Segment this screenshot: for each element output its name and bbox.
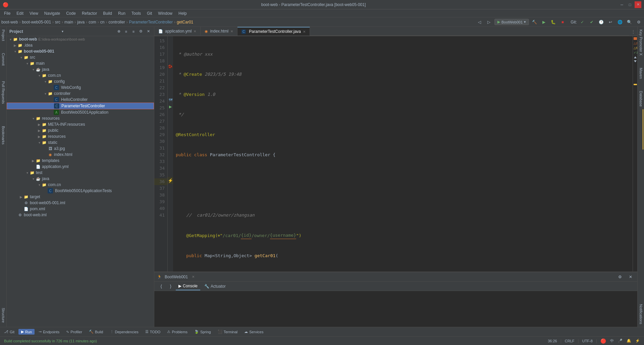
project-locate-btn[interactable]: ⊕: [116, 28, 122, 35]
menu-tools[interactable]: Tools: [129, 10, 144, 16]
project-expand-btn[interactable]: ≡: [123, 28, 129, 35]
tab-index-html[interactable]: ◉ index.html ✕: [201, 27, 237, 36]
profiler-toolbar-btn[interactable]: ∿ Profiler: [63, 329, 85, 335]
problems-toolbar-btn[interactable]: ⚠ Problems: [164, 329, 190, 335]
git-ok-button[interactable]: ✔: [588, 18, 596, 26]
menu-view[interactable]: View: [27, 10, 41, 16]
menu-window[interactable]: Window: [155, 10, 175, 16]
terminal-toolbar-btn[interactable]: ⬛ Terminal: [215, 329, 240, 335]
endpoints-toolbar-btn[interactable]: ⊸ Endpoints: [36, 329, 62, 335]
breadcrumb-class[interactable]: ParameterTestController: [129, 20, 173, 24]
commit-panel-btn[interactable]: Commit: [1, 50, 6, 68]
breadcrumb-module[interactable]: boot-web05-001: [22, 20, 51, 24]
tree-item-src[interactable]: ▾ 📁 src: [7, 54, 154, 60]
settings-button[interactable]: ⚙: [635, 18, 643, 26]
close-tab-yml[interactable]: ✕: [194, 30, 196, 33]
git-translate-button[interactable]: 🌐: [616, 18, 624, 26]
build-toolbar-btn[interactable]: 🔨 Build: [86, 329, 106, 335]
services-toolbar-btn[interactable]: ☁ Services: [241, 329, 266, 335]
todo-toolbar-btn[interactable]: ☰ TODO: [143, 329, 163, 335]
close-run-panel[interactable]: ✕: [192, 275, 195, 279]
tabs-more-btn[interactable]: ⋮: [629, 28, 637, 36]
scroll-down-arrow[interactable]: [634, 60, 637, 62]
tree-item-static[interactable]: ▾ 📁 static: [7, 139, 154, 146]
menu-build[interactable]: Build: [100, 10, 115, 16]
tree-item-com-cn-test[interactable]: ▾ 📁 com.cn: [7, 182, 154, 188]
dependencies-toolbar-btn[interactable]: ⋮ Dependencies: [107, 329, 141, 335]
tree-item-resources-sub[interactable]: ▶ 📁 resources: [7, 133, 154, 139]
debug-button[interactable]: 🐛: [549, 18, 557, 26]
breadcrumb-com[interactable]: com: [89, 20, 96, 24]
tree-item-controller[interactable]: ▾ 📁 controller: [7, 91, 154, 97]
bottom-settings-btn[interactable]: ⚙: [616, 273, 624, 281]
menu-refactor[interactable]: Refactor: [79, 10, 100, 16]
tree-item-boot-web[interactable]: ▾ 📁 boot-web E:\idea-workspace\boot-web: [7, 36, 154, 42]
tree-item-resources[interactable]: ▾ 📁 resources: [7, 115, 154, 121]
run-config-selector[interactable]: ▶ BootWeb001 ▾: [494, 19, 529, 25]
maven-btn[interactable]: Maven: [638, 65, 644, 81]
project-dropdown[interactable]: ▾: [62, 30, 63, 33]
tree-item-main[interactable]: ▾ 📁 main: [7, 60, 154, 66]
tree-item-a3jpg[interactable]: 🖼 a3.jpg: [7, 146, 154, 152]
tab-actuator[interactable]: 🔧 Actuator: [202, 283, 228, 290]
microphone-icon[interactable]: 🎤: [616, 339, 624, 343]
project-panel-btn[interactable]: Project: [1, 27, 6, 44]
database-btn[interactable]: Database: [638, 88, 644, 109]
tree-item-test[interactable]: ▾ 📁 test: [7, 170, 154, 176]
nav-back-button[interactable]: ◁: [476, 18, 484, 26]
tree-item-index-html[interactable]: ◉ index.html: [7, 152, 154, 158]
menu-navigate[interactable]: Navigate: [42, 10, 63, 16]
stop-button[interactable]: ■: [558, 18, 567, 26]
tab-console[interactable]: ▶ Console: [176, 282, 200, 290]
tree-item-pom[interactable]: 📄 pom.xml: [7, 206, 154, 212]
git-undo-button[interactable]: ↩: [606, 18, 614, 26]
notifications-btn[interactable]: Notifications: [638, 301, 644, 327]
structure-btn[interactable]: Structure: [1, 305, 6, 326]
search-button[interactable]: 🔍: [625, 18, 633, 26]
pull-requests-btn[interactable]: Pull Requests: [1, 78, 6, 107]
project-collapse-btn[interactable]: ≡: [130, 28, 137, 35]
menu-code[interactable]: Code: [63, 10, 78, 16]
bookmarks-btn[interactable]: Bookmarks: [1, 123, 6, 147]
tree-item-public[interactable]: ▶ 📁 public: [7, 127, 154, 133]
console-prev-btn[interactable]: ⟨: [157, 283, 165, 290]
tree-item-module[interactable]: ▾ 📁 boot-web05-001: [7, 48, 154, 54]
project-close-btn[interactable]: ✕: [145, 28, 151, 35]
minimize-button[interactable]: ─: [619, 1, 625, 8]
close-tab-java[interactable]: ✕: [303, 30, 306, 34]
tab-application-yml[interactable]: 📄 application.yml ✕: [154, 27, 201, 36]
tree-item-config[interactable]: ▾ 📁 config: [7, 78, 154, 84]
tab-param-controller[interactable]: C ParameterTestController.java ✕: [237, 27, 310, 36]
tree-item-app-yml[interactable]: 📄 application.yml: [7, 164, 154, 170]
tree-item-java-test[interactable]: ▾ ☕ java: [7, 176, 154, 182]
menu-edit[interactable]: Edit: [14, 10, 26, 16]
tree-item-webconfig[interactable]: C WebConfig: [7, 84, 154, 91]
breadcrumb-java[interactable]: java: [77, 20, 85, 24]
bottom-close-btn[interactable]: ✕: [627, 273, 635, 281]
tree-item-templates[interactable]: ▶ 📁 templates: [7, 158, 154, 164]
breadcrumb-cn[interactable]: cn: [100, 20, 105, 24]
code-content[interactable]: * @author xxx * @Create 2023/5/5 19:48 *…: [173, 36, 633, 272]
tree-item-hello-controller[interactable]: C HelloController: [7, 97, 154, 103]
close-button[interactable]: ✕: [635, 1, 641, 8]
spring-toolbar-btn[interactable]: 🍃 Spring: [192, 329, 214, 335]
menu-git[interactable]: Git: [144, 10, 155, 16]
breadcrumb-root[interactable]: boot-web: [1, 20, 18, 24]
breadcrumb-method[interactable]: getCar01: [177, 20, 193, 24]
tree-item-idea[interactable]: ▶ 📁 .idea: [7, 42, 154, 48]
line-ending[interactable]: CRLF: [564, 339, 576, 343]
run-toolbar-btn[interactable]: ▶ Run: [18, 329, 35, 335]
git-check-button[interactable]: ✓: [578, 18, 586, 26]
tree-item-param-controller[interactable]: C ParameterTestController: [7, 103, 154, 109]
tree-item-java[interactable]: ▾ ☕ java: [7, 66, 154, 72]
cursor-position[interactable]: 36:26: [546, 339, 558, 343]
git-toolbar-btn[interactable]: ⎇ Git: [1, 329, 17, 335]
menu-run[interactable]: Run: [115, 10, 128, 16]
close-tab-html[interactable]: ✕: [230, 30, 233, 33]
tree-item-root-iml[interactable]: ⚙ boot-web.iml: [7, 212, 154, 218]
network-icon[interactable]: 🔔: [625, 339, 633, 343]
tree-item-meta-inf[interactable]: ▶ 📁 META-INF.resources: [7, 121, 154, 127]
power-icon[interactable]: ⚡: [634, 339, 641, 343]
maximize-button[interactable]: □: [627, 1, 633, 8]
input-method-zh[interactable]: 中: [609, 338, 615, 343]
